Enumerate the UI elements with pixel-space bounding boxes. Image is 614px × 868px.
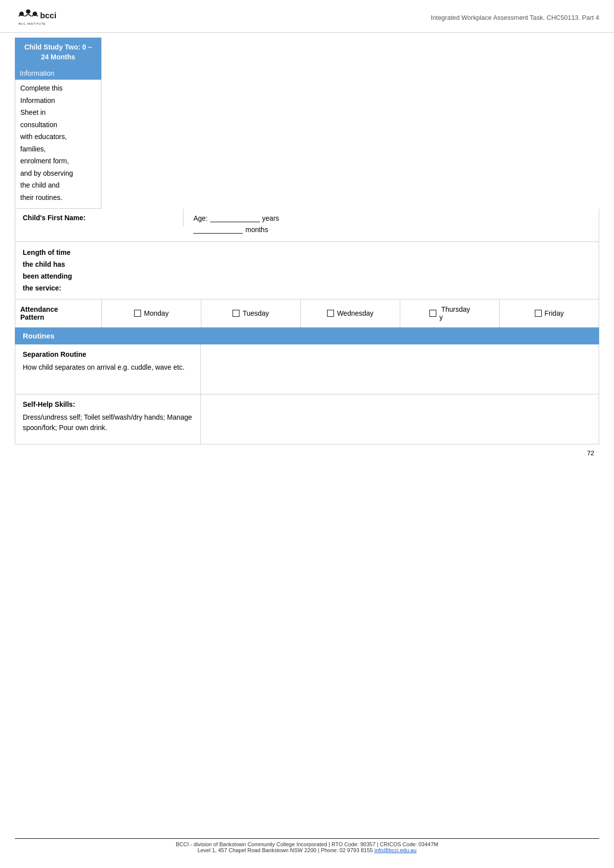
tuesday-label: Tuesday	[242, 309, 269, 317]
attendance-tuesday[interactable]: Tuesday	[201, 299, 301, 327]
top-section: Child Study Two: 0 – 24 Months Informati…	[15, 38, 599, 209]
child-first-name-label: Child's First Name:	[15, 209, 184, 227]
attendance-label: Attendance Pattern	[15, 299, 102, 327]
age-label: Age:	[193, 214, 208, 222]
length-line2: the child has	[23, 260, 65, 268]
wednesday-checkbox[interactable]	[327, 310, 334, 317]
selfhelp-routine-right[interactable]	[201, 394, 599, 444]
child-name-row: Child's First Name: Age: years months	[15, 209, 599, 242]
friday-checkbox[interactable]	[535, 310, 542, 317]
months-label: months	[245, 226, 268, 234]
info-line-5: with educators,	[20, 131, 96, 143]
thursday-label: Thursdayy	[439, 305, 470, 321]
page-footer: BCCI - division of Bankstown Community C…	[0, 838, 614, 853]
length-line4: the service:	[23, 284, 61, 292]
length-line3: been attending	[23, 272, 72, 280]
info-line-10: their routines.	[20, 192, 96, 204]
age-months-line: months	[193, 225, 589, 234]
separation-routine-section: Separation Routine How child separates o…	[15, 344, 599, 394]
years-label: years	[262, 214, 279, 222]
separation-routine-description: How child separates on arrival e.g. cudd…	[23, 362, 193, 373]
footer-email-link[interactable]: info@bcci.edu.au	[375, 847, 417, 853]
tuesday-checkbox[interactable]	[233, 310, 239, 317]
attendance-label-line1: Attendance	[20, 305, 96, 313]
wednesday-label: Wednesday	[337, 309, 374, 317]
sidebar-info-text: Complete this Information Sheet in consu…	[15, 80, 101, 209]
body-wrapper: Child Study Two: 0 – 24 Months Informati…	[0, 33, 614, 449]
thursday-checkbox[interactable]	[429, 310, 436, 317]
bcci-logo: bcci BCC INSTITUTE	[15, 5, 74, 30]
attendance-friday[interactable]: Friday	[500, 299, 599, 327]
separation-routine-title: Separation Routine	[23, 350, 193, 358]
info-line-9: the child and	[20, 179, 96, 192]
length-line1: Length of time	[23, 248, 70, 256]
monday-label: Monday	[144, 309, 169, 317]
page-header: bcci BCC INSTITUTE Integrated Workplace …	[0, 0, 614, 33]
separation-routine-right[interactable]	[201, 344, 599, 394]
friday-label: Friday	[545, 309, 564, 317]
info-line-6: families,	[20, 143, 96, 155]
info-line-1: Complete this	[20, 82, 96, 95]
info-line-2: Information	[20, 95, 96, 107]
attendance-row: Attendance Pattern Monday Tuesday Wednes…	[15, 299, 599, 328]
footer-text-2: Level 1, 457 Chapel Road Bankstown NSW 2…	[15, 847, 599, 853]
selfhelp-routine-section: Self-Help Skills: Dress/undress self; To…	[15, 394, 599, 444]
age-years-input[interactable]	[210, 214, 260, 222]
attendance-thursday[interactable]: Thursdayy	[400, 299, 500, 327]
routines-header: Routines	[15, 328, 599, 344]
sidebar-info-heading: Information	[15, 67, 101, 80]
attendance-monday[interactable]: Monday	[102, 299, 201, 327]
info-line-7: enrolment form,	[20, 155, 96, 167]
selfhelp-routine-description: Dress/undress self; Toilet self/wash/dry…	[23, 412, 193, 433]
svg-text:BCC INSTITUTE: BCC INSTITUTE	[19, 22, 46, 25]
info-line-4: consultation	[20, 119, 96, 131]
attendance-label-line2: Pattern	[20, 313, 96, 321]
logo-area: bcci BCC INSTITUTE	[15, 5, 74, 30]
sidebar-title: Child Study Two: 0 – 24 Months	[15, 38, 101, 67]
selfhelp-routine-left: Self-Help Skills: Dress/undress self; To…	[15, 394, 201, 444]
age-months-input[interactable]	[193, 225, 243, 234]
child-age-area: Age: years months	[184, 209, 599, 241]
top-right-empty	[101, 38, 599, 209]
sidebar: Child Study Two: 0 – 24 Months Informati…	[15, 38, 101, 209]
svg-point-1	[26, 9, 31, 14]
selfhelp-routine-title: Self-Help Skills:	[23, 400, 193, 408]
age-years-line: Age: years	[193, 214, 589, 222]
monday-checkbox[interactable]	[134, 310, 141, 317]
separation-routine-left: Separation Routine How child separates o…	[15, 344, 201, 394]
info-line-3: Sheet in	[20, 106, 96, 119]
page-number: 72	[0, 449, 614, 457]
header-title: Integrated Workplace Assessment Task. CH…	[430, 14, 599, 21]
footer-divider: BCCI - division of Bankstown Community C…	[15, 838, 599, 853]
info-line-8: and by observing	[20, 167, 96, 180]
attendance-wednesday[interactable]: Wednesday	[301, 299, 400, 327]
svg-text:bcci: bcci	[40, 11, 56, 20]
length-of-time-section: Length of time the child has been attend…	[15, 242, 599, 299]
footer-text-1: BCCI - division of Bankstown Community C…	[15, 841, 599, 847]
